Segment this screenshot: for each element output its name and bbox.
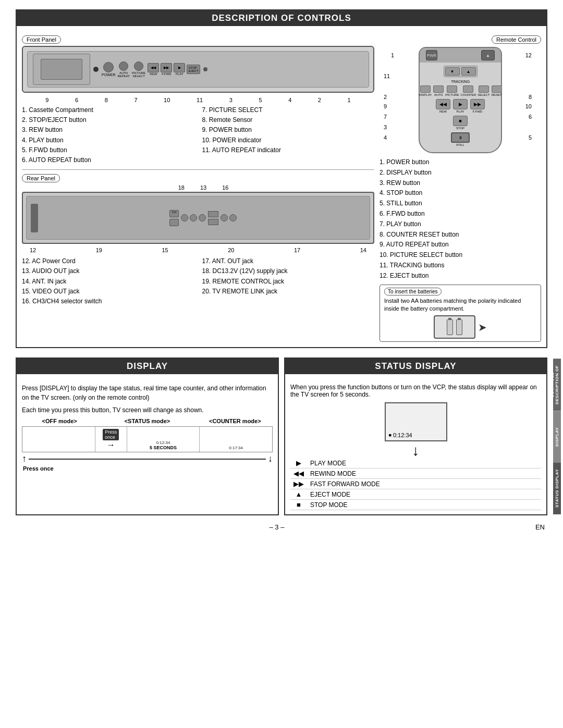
rn-19: 19 [96,247,102,253]
tracking-buttons: ▼ ▲ [444,66,478,77]
rewind-mode-row: ◀◀ REWIND MODE [290,468,541,479]
rear-top-numbers: 18 13 16 [22,184,374,192]
still-remote-btn[interactable]: ⏸ [451,132,470,143]
ch-selector: CH [169,210,179,217]
picture-btn[interactable] [447,85,457,93]
display-btn[interactable] [420,85,431,93]
ant-in-jack [208,211,218,217]
play-remote-btn[interactable]: ▶ [453,99,468,109]
ffwd-remote-btn[interactable]: ▶▶ [470,99,485,109]
rp-inner: CH [26,196,370,240]
fc-4: 4. PLAY button [22,135,194,145]
fn-1: 1 [348,97,351,103]
power-label: POWER [102,73,115,77]
remote-top-bar: PWR ▲ [420,48,501,63]
rc-18: 18. DC13.2V (12V) supply jack [202,266,375,276]
remote-num-11: 11 [384,73,390,79]
fn-7: 7 [134,97,137,103]
counter-1-display: 0:12:34 [156,440,170,445]
auto-repeat-label: AUTOREPEAT [117,71,130,78]
rn-13: 13 [200,184,206,191]
fp-inner: POWER AUTOREPEAT PICTURESELECT [27,51,369,88]
fn-2: 2 [318,97,321,103]
rear-controls-right: 17. ANT. OUT jack 18. DC13.2V (12V) supp… [202,256,375,306]
fn-11: 11 [197,97,203,103]
right-return-arrow: ↓ [268,453,273,464]
mode-labels-row: <OFF mode> <STATUS mode> <COUNTER mode> [22,418,273,424]
seconds-label: 5 SECONDS [150,445,177,450]
rc-17: 17. ANT. OUT jack [202,256,375,266]
tv-remote-jack [221,214,228,221]
select-btn[interactable] [479,85,489,93]
rn-18: 18 [178,184,185,191]
still-row: ⏸ STILL [423,132,498,146]
rc-13: 13. AUDIO OUT jack [22,266,194,276]
tracking-down-btn[interactable]: ▼ [445,67,460,76]
picture-select-label: PICTURESELECT [132,71,145,78]
footer-en: EN [535,523,545,531]
status-body: When you press the function buttons or t… [285,379,546,514]
description-section: DESCRIPTION OF CONTROLS Front Panel [16,9,547,348]
tracking-up-btn[interactable]: ▲ [461,67,476,76]
front-controls-list: 1. Cassette Compartment 2. STOP/EJECT bu… [22,105,374,165]
display-text-1: Press [DISPLAY] to display the tape stat… [22,384,273,402]
fp-power-knob: POWER [102,62,115,77]
auto-btn[interactable] [433,85,444,93]
remote-num-10: 10 [525,103,532,109]
rear-bottom-numbers: 12 19 15 20 17 14 [22,246,374,253]
status-counter-val: 0:12:34 [393,432,412,438]
rew-label: REW [150,72,157,76]
rewind-icon: ◀◀ [290,468,307,479]
stop-remote-btn[interactable]: ■ [453,116,468,126]
ffwd-icon: ▶▶ [290,479,307,489]
video-jack [190,214,197,221]
desc-header: DESCRIPTION OF CONTROLS [17,10,546,26]
fc-3: 3. REW button [22,125,194,135]
remote-num-8: 8 [529,94,532,100]
rc-12: 12. AC Power Cord [22,256,194,266]
play-icon: ▶ [290,458,307,468]
tracking-label: TRACKING [423,80,498,83]
fn-8: 8 [105,97,108,103]
eject-mode-row: ▲ EJECT MODE [290,489,541,500]
remote-power-btn[interactable]: PWR [426,50,437,60]
fp-ffwd-btn: ▶▶ F.FWD [161,63,172,76]
stop-icon: ■ [290,500,307,510]
fc-7: 7. PICTURE SELECT [202,105,375,115]
mode-arrow-area: Pressonce → [95,427,127,452]
off-mode-box [22,427,95,452]
rear-jacks-group2 [181,214,206,221]
reset-btn[interactable] [492,85,502,93]
remote-num-7: 7 [384,114,387,120]
sidebar-tab-display: DISPLAY [553,411,561,463]
stop-eject-shape: STOPEJECT [187,65,200,74]
counter-btn[interactable] [463,85,473,93]
rn-14: 14 [360,247,366,253]
remote-eject-btn[interactable]: ▲ [481,50,495,60]
ffwd-btn-shape: ▶▶ [161,63,172,72]
cassette-slot [41,59,82,80]
battery-1-terminal [448,318,451,320]
front-panel-diagram: POWER AUTOREPEAT PICTURESELECT [22,46,374,93]
battery-compartment-shape [434,315,475,339]
remote-diagram-area: 1 12 11 2 9 7 3 4 8 [380,47,541,153]
rew-remote-btn[interactable]: ◀◀ [436,99,450,109]
status-text: When you press the function buttons or t… [290,384,541,398]
status-mode-label: <STATUS mode> [109,418,185,424]
rn-17: 17 [294,247,300,253]
arrow-line [29,459,266,460]
remote-label-container: Remote Control [380,35,541,46]
still-btn-group: ⏸ STILL [451,132,470,146]
status-header: STATUS DISPLAY [285,359,546,374]
rn-12: 12 [30,247,36,253]
front-panel-numbers: 9 6 8 7 10 11 3 5 4 2 1 [22,97,374,105]
picture-btn-group: PICTURE [445,85,459,96]
display-lbl: DISPLAY [419,93,432,96]
ffwd-btn-group: ▶▶ F.FWD [470,99,485,113]
fn-4: 4 [288,97,291,103]
press-once-row: ↑ ↓ [22,453,273,464]
counter-mode-label: <COUNTER mode> [198,418,273,424]
fn-10: 10 [164,97,170,103]
remote-mid-row1: DISPLAY AUTO PICTURE [423,85,498,96]
rc-14: 14. ANT. IN jack [22,277,194,287]
